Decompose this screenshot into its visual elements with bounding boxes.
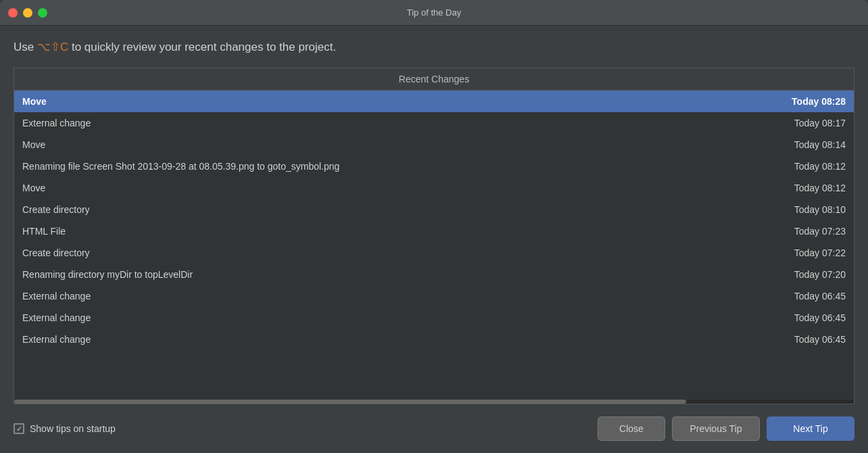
row-time: Today 08:14 [794, 139, 846, 150]
row-name: HTML File [22, 226, 781, 237]
tip-description: Use ⌥⇧C to quickly review your recent ch… [14, 39, 854, 55]
table-row[interactable]: Create directoryToday 07:22 [14, 242, 854, 264]
row-time: Today 07:23 [794, 226, 846, 237]
row-time: Today 08:12 [794, 183, 846, 193]
row-time: Today 08:17 [794, 118, 846, 128]
row-name: External change [22, 334, 781, 345]
tip-shortcut: ⌥⇧C [37, 41, 68, 53]
row-time: Today 08:10 [794, 204, 846, 215]
row-time: Today 06:45 [794, 334, 846, 345]
table-header: Recent Changes [14, 68, 854, 91]
window-title: Tip of the Day [407, 7, 461, 18]
show-tips-label: Show tips on startup [30, 423, 116, 434]
row-time: Today 07:20 [794, 269, 846, 280]
tip-suffix: to quickly review your recent changes to… [68, 41, 336, 53]
content-area: Use ⌥⇧C to quickly review your recent ch… [0, 26, 868, 404]
row-time: Today 08:28 [792, 96, 846, 107]
minimize-window-icon[interactable] [23, 8, 32, 18]
tip-prefix: Use [14, 41, 37, 53]
titlebar: Tip of the Day [0, 0, 868, 26]
footer-left: ✓ Show tips on startup [14, 423, 116, 434]
row-time: Today 07:22 [794, 247, 846, 258]
row-time: Today 06:45 [794, 291, 846, 302]
row-time: Today 08:12 [794, 161, 846, 172]
row-name: Move [22, 96, 778, 107]
table-row[interactable]: Renaming directory myDir to topLevelDirT… [14, 264, 854, 285]
row-name: Renaming file Screen Shot 2013-09-28 at … [22, 161, 781, 172]
previous-tip-button[interactable]: Previous Tip [672, 416, 760, 441]
row-name: External change [22, 291, 781, 302]
next-tip-button[interactable]: Next Tip [767, 416, 854, 441]
table-row[interactable]: HTML FileToday 07:23 [14, 220, 854, 242]
close-button[interactable]: Close [598, 416, 665, 441]
footer: ✓ Show tips on startup Close Previous Ti… [0, 404, 868, 453]
table-row[interactable]: MoveToday 08:28 [14, 91, 854, 112]
show-tips-checkbox[interactable]: ✓ [14, 423, 24, 434]
row-name: Move [22, 183, 781, 193]
row-name: External change [22, 312, 781, 323]
table-body[interactable]: MoveToday 08:28External changeToday 08:1… [14, 91, 854, 400]
table-row[interactable]: MoveToday 08:12 [14, 177, 854, 199]
table-row[interactable]: Renaming file Screen Shot 2013-09-28 at … [14, 156, 854, 177]
table-row[interactable]: External changeToday 06:45 [14, 307, 854, 329]
horizontal-scrollbar[interactable] [14, 400, 854, 404]
table-row[interactable]: External changeToday 06:45 [14, 329, 854, 350]
window: Tip of the Day Use ⌥⇧C to quickly review… [0, 0, 868, 453]
titlebar-buttons [8, 8, 47, 18]
row-name: Create directory [22, 204, 781, 215]
table-row[interactable]: External changeToday 06:45 [14, 285, 854, 307]
row-name: Renaming directory myDir to topLevelDir [22, 269, 781, 280]
row-name: Move [22, 139, 781, 150]
scrollbar-thumb[interactable] [14, 400, 686, 404]
recent-changes-table: Recent Changes MoveToday 08:28External c… [14, 68, 854, 404]
maximize-window-icon[interactable] [38, 8, 47, 18]
row-name: Create directory [22, 247, 781, 258]
footer-buttons: Close Previous Tip Next Tip [598, 416, 854, 441]
row-name: External change [22, 118, 781, 128]
table-row[interactable]: Create directoryToday 08:10 [14, 199, 854, 220]
table-row[interactable]: External changeToday 08:17 [14, 112, 854, 134]
checkbox-check-icon: ✓ [16, 425, 22, 433]
show-tips-checkbox-container[interactable]: ✓ Show tips on startup [14, 423, 116, 434]
row-time: Today 06:45 [794, 312, 846, 323]
table-row[interactable]: MoveToday 08:14 [14, 134, 854, 156]
close-window-icon[interactable] [8, 8, 18, 18]
